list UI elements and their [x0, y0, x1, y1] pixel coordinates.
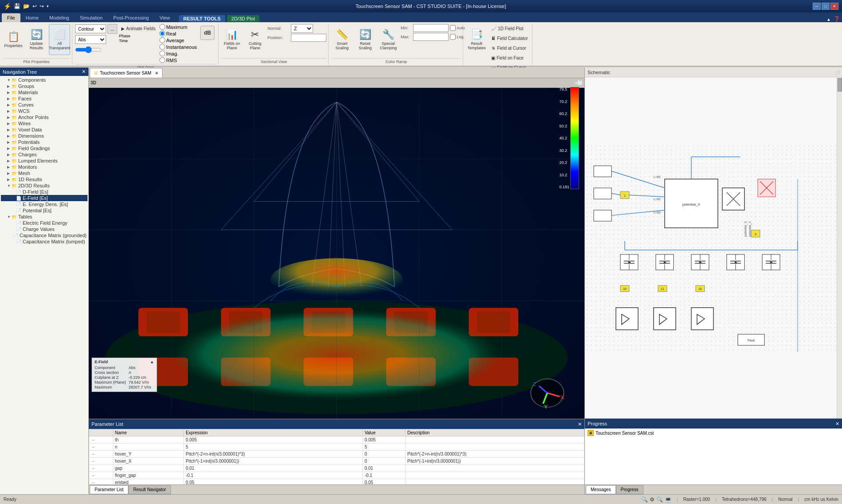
tree-item-lumped-elements[interactable]: ▶📁Lumped Elements — [1, 158, 87, 164]
tree-item-electric-field-energy[interactable]: 📄Electric Field Energy — [1, 220, 87, 226]
window-controls[interactable]: ─ □ ✕ — [813, 3, 838, 10]
tree-item-voxel-data[interactable]: ▶📁Voxel Data — [1, 127, 87, 133]
properties-btn[interactable]: 📋 Properties — [3, 24, 24, 55]
tree-item-e--energy-dens---es-[interactable]: 📄E. Energy Dens. [Es] — [1, 201, 87, 207]
tree-item-mesh[interactable]: ▶📁Mesh — [1, 170, 87, 176]
undo-icon[interactable]: ↩ — [32, 3, 37, 9]
tree-item-curves[interactable]: ▶📁Curves — [1, 102, 87, 108]
tree-expander[interactable]: ▶ — [7, 115, 12, 119]
maximize-btn[interactable]: □ — [822, 3, 830, 10]
save-icon[interactable]: 💾 — [14, 3, 20, 9]
tree-item-2d-3d-results[interactable]: ▼📁2D/3D Results — [1, 183, 87, 189]
tree-item-faces[interactable]: ▶📁Faces — [1, 95, 87, 102]
real-radio[interactable] — [159, 31, 165, 36]
tab-result-navigator[interactable]: Result Navigator — [128, 485, 171, 494]
status-icon-1[interactable]: 🔍 — [641, 496, 648, 503]
schematic-scroll-thumb[interactable] — [838, 78, 842, 91]
tab-result-tools[interactable]: RESULT TOOLS — [179, 15, 225, 22]
db-btn[interactable]: dB — [200, 26, 214, 40]
animate-btn[interactable]: ▶ Animate Fields — [119, 24, 158, 33]
tree-expander[interactable]: ▶ — [7, 153, 12, 157]
status-icon-2[interactable]: ⚙ — [650, 496, 655, 503]
help-btn[interactable]: ❓ — [834, 16, 840, 22]
special-clamping-btn[interactable]: 🔧 Special Clamping — [377, 24, 399, 55]
tree-item-charge-values[interactable]: 📄Charge Values — [1, 226, 87, 232]
log-checkbox[interactable] — [450, 33, 456, 41]
tab-home[interactable]: Home — [20, 13, 44, 22]
tab-post-processing[interactable]: Post-Processing — [108, 13, 154, 22]
status-icon-4[interactable]: 💻 — [665, 496, 671, 503]
field-calculator-btn[interactable]: 🖩 Field Calculator — [489, 34, 530, 43]
tree-expander[interactable]: ▼ — [7, 78, 12, 82]
tree-item-groups[interactable]: ▶📁Groups — [1, 83, 87, 89]
field-on-face-btn[interactable]: ▣ Field on Face — [489, 53, 530, 62]
tree-expander[interactable]: ▶ — [7, 84, 12, 88]
table-row[interactable]: ↔th0.0050.005 — [89, 437, 584, 444]
param-close-btn[interactable]: ✕ — [578, 421, 582, 427]
table-row[interactable]: ↔n55 — [89, 444, 584, 451]
tree-item-monitors[interactable]: ▶📁Monitors — [1, 164, 87, 170]
redo-icon[interactable]: ↪ — [40, 3, 44, 9]
tree-expander[interactable]: ▶ — [7, 134, 12, 138]
normal-select[interactable]: ZXY — [291, 24, 313, 33]
tree-item-anchor-points[interactable]: ▶📁Anchor Points — [1, 114, 87, 120]
tree-item-capacitance-matrix--grounded-[interactable]: 📄Capacitance Matrix (grounded) — [1, 232, 87, 238]
field-at-cursor-btn[interactable]: 🖱 Field at Cursor — [489, 44, 530, 52]
table-row[interactable]: ↔hover_XPitch*(-1+int(n/3.0000001))0Pitc… — [89, 458, 584, 465]
tree-item-d-field--es-[interactable]: 📄D-Field [Es] — [1, 189, 87, 195]
min-input[interactable]: 0.180914 — [413, 24, 449, 32]
tree-expander[interactable]: ▶ — [7, 128, 12, 132]
rms-radio[interactable] — [159, 57, 165, 63]
smart-scaling-btn[interactable]: 📏 Smart Scaling — [331, 24, 353, 55]
table-row[interactable]: ↔embed0.050.05 — [89, 479, 584, 485]
tree-item-potential--es-[interactable]: 📄Potential [Es] — [1, 207, 87, 214]
ribbon-collapse-btn[interactable]: ▲ — [826, 17, 831, 22]
cutting-plane-btn[interactable]: ✂ Cutting Plane — [244, 24, 266, 55]
tree-item-1d-results[interactable]: ▶📁1D Results — [1, 176, 87, 183]
tab-close-btn[interactable]: ✕ — [155, 71, 159, 75]
maximum-radio[interactable] — [159, 24, 165, 30]
tree-expander[interactable]: ▶ — [7, 159, 12, 163]
minimize-btn[interactable]: ─ — [813, 3, 821, 10]
instantaneous-radio[interactable] — [159, 44, 165, 50]
table-row[interactable]: ↔gap0.010.01 — [89, 465, 584, 472]
table-row[interactable]: ↔hover_YPitch*(-2+n-int(n/3.000001)*3)0P… — [89, 451, 584, 458]
update-results-btn[interactable]: 🔄 Update Results — [26, 24, 47, 55]
max-input[interactable]: 79.542 — [413, 33, 449, 41]
tree-expander[interactable]: ▼ — [7, 184, 12, 188]
contour-select[interactable]: Contour — [75, 24, 106, 33]
tab-progress[interactable]: Progress — [616, 485, 643, 494]
schematic-scrollbar[interactable] — [837, 77, 842, 418]
average-radio[interactable] — [159, 37, 165, 43]
tree-item-wcs[interactable]: ▶📁WCS — [1, 108, 87, 114]
tree-item-tables[interactable]: ▼📁Tables — [1, 214, 87, 220]
progress-close-btn[interactable]: ✕ — [835, 421, 839, 427]
tab-modeling[interactable]: Modeling — [44, 13, 75, 22]
tree-expander[interactable]: ▶ — [7, 165, 12, 169]
abs-select[interactable]: Abs — [75, 35, 106, 44]
schematic-maximize-btn[interactable]: ⬜ — [834, 70, 839, 75]
position-input[interactable]: -0.229434 — [291, 34, 326, 42]
tree-expander[interactable]: ▶ — [7, 97, 12, 101]
tree-expander[interactable]: ▶ — [7, 171, 12, 175]
tree-expander[interactable]: ▶ — [7, 91, 12, 95]
tab-simulation[interactable]: Simulation — [75, 13, 108, 22]
tree-expander[interactable]: ▶ — [7, 147, 12, 151]
1d-field-plot-btn[interactable]: 📈 1D Field Plot — [489, 24, 530, 33]
tab-view[interactable]: View — [154, 13, 175, 22]
tree-expander[interactable]: ▼ — [7, 215, 12, 219]
viewport-area[interactable]: 3D ⬜ — [89, 78, 584, 419]
tree-item-field-gradings[interactable]: ▶📁Field Gradings — [1, 145, 87, 151]
all-transparent-btn[interactable]: ⬜ All Transparent — [49, 24, 70, 55]
tree-expander[interactable]: ▶ — [7, 122, 12, 126]
tree-item-dimensions[interactable]: ▶📁Dimensions — [1, 133, 87, 139]
reset-scaling-btn[interactable]: 🔄 Reset Scaling — [354, 24, 376, 55]
close-btn[interactable]: ✕ — [830, 3, 838, 10]
tab-messages[interactable]: Messages — [586, 485, 616, 494]
tab-2d3d[interactable]: 2D/3D Plot — [227, 15, 259, 22]
nav-close-btn[interactable]: ✕ — [82, 69, 86, 75]
tree-item-materials[interactable]: ▶📁Materials — [1, 89, 87, 95]
tree-expander[interactable]: ▶ — [7, 140, 12, 144]
auto-checkbox[interactable] — [450, 24, 456, 32]
fields-on-plane-btn[interactable]: 📊 Fields on Plane — [221, 24, 242, 55]
